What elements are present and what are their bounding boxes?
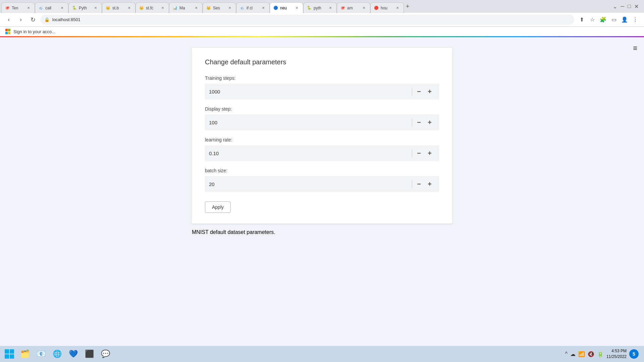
tab-title-10: pyth [314,6,326,10]
content-area: ≡ Change default parameters Training ste… [0,37,644,346]
learning-rate-decrement[interactable]: − [414,148,424,159]
tab-title-11: am [347,6,359,10]
reload-button[interactable]: ↻ [28,15,38,24]
system-clock[interactable]: 4:53 PM 11/25/2022 [606,348,627,360]
tab-close-7[interactable]: ✕ [227,5,232,11]
address-bar: ‹ › ↻ 🔒 localhost:8501 ⬆ ☆ 🧩 ▭ 👤 ⋮ [0,13,644,27]
taskbar-file-explorer[interactable]: 🗂️ [17,347,32,361]
hamburger-menu-icon[interactable]: ≡ [633,44,637,53]
tab-close-4[interactable]: ✕ [126,5,132,11]
notification-bar: Sign in to your acco... [0,27,644,37]
display-step-control: 100 − + [205,114,439,130]
forward-button[interactable]: › [16,15,25,24]
training-steps-value: 1000 [209,89,411,95]
tab-title-5: st.fc [146,6,158,10]
tab-am[interactable]: 🐙 am ✕ [337,2,370,13]
tab-title-3: Pyth [79,6,91,10]
tab-hou[interactable]: 🔴 hou ✕ [370,2,404,13]
display-step-decrement[interactable]: − [414,117,424,128]
extensions-button[interactable]: 🧩 [598,15,608,24]
params-card: Change default parameters Training steps… [191,47,453,224]
tab-ma[interactable]: 📊 Ma ✕ [169,2,203,13]
tab-favicon-1: 🐙 [5,6,10,10]
tab-close-1[interactable]: ✕ [26,5,31,11]
close-window-button[interactable]: ✕ [633,3,640,10]
tab-title-6: Ma [179,6,192,10]
tab-github[interactable]: 🐙 Ten ✕ [1,2,35,13]
tab-favicon-2: G [39,6,43,10]
taskbar-vscode[interactable]: 💙 [66,347,80,361]
tab-favicon-3: 🐍 [72,6,77,10]
split-view-button[interactable]: ▭ [609,15,619,24]
tab-bar: 🐙 Ten ✕ G call ✕ 🐍 Pyth ✕ 👑 st.b ✕ 👑 [0,0,644,13]
tab-st-b[interactable]: 👑 st.b ✕ [102,2,136,13]
tab-close-12[interactable]: ✕ [395,5,400,11]
user-avatar[interactable]: 5 [629,349,639,359]
tab-close-6[interactable]: ✕ [194,5,199,11]
tab-favicon-12: 🔴 [374,6,379,10]
tab-close-8[interactable]: ✕ [261,5,266,11]
tab-favicon-8: G [240,6,245,10]
share-button[interactable]: ⬆ [577,15,586,24]
tab-close-9[interactable]: ✕ [294,5,300,11]
tab-title-2: call [45,6,57,10]
tab-google-call[interactable]: G call ✕ [35,2,68,13]
tab-favicon-9: 🔵 [273,6,278,10]
tab-st-fc[interactable]: 👑 st.fc ✕ [136,2,169,13]
apply-button[interactable]: Apply [205,201,231,213]
training-steps-increment[interactable]: + [424,86,435,97]
profile-button[interactable]: 👤 [620,15,629,24]
taskbar: 🗂️ 📧 🌐 💙 ⬛ 💬 ^ ☁ 📶 🔇 🔋 4:53 PM 11/25/202… [0,346,644,362]
tab-favicon-4: 👑 [106,6,110,10]
tab-close-2[interactable]: ✕ [59,5,65,11]
tab-close-5[interactable]: ✕ [160,5,165,11]
tab-neu[interactable]: 🔵 neu ✕ [270,2,303,13]
divider [412,87,412,96]
training-steps-decrement[interactable]: − [414,86,424,97]
new-tab-button[interactable]: + [404,1,412,12]
tab-favicon-7: 👑 [206,6,211,10]
divider3 [412,149,412,157]
tab-title-9: neu [280,6,292,10]
tab-close-3[interactable]: ✕ [93,5,98,11]
tab-favicon-10: 🐍 [307,6,312,10]
system-tray: ^ ☁ 📶 🔇 🔋 4:53 PM 11/25/2022 5 [565,348,641,360]
clock-date: 11/25/2022 [606,354,627,360]
batch-size-increment[interactable]: + [424,179,435,189]
batch-size-value: 20 [209,181,411,187]
tab-favicon-6: 📊 [173,6,177,10]
tab-title-7: Ses [213,6,225,10]
clock-time: 4:53 PM [606,348,627,354]
tab-close-11[interactable]: ✕ [361,5,367,11]
bookmark-button[interactable]: ☆ [588,15,597,24]
tray-cloud-icon[interactable]: ☁ [570,351,576,357]
display-step-increment[interactable]: + [424,117,435,128]
tab-ses[interactable]: 👑 Ses ✕ [203,2,236,13]
tab-python[interactable]: 🐍 Pyth ✕ [68,2,102,13]
taskbar-chrome[interactable]: 🌐 [50,347,64,361]
footer-section: MNIST default dataset parameters. [191,229,453,235]
settings-button[interactable]: ⋮ [631,15,640,24]
back-button[interactable]: ‹ [4,15,13,24]
batch-size-decrement[interactable]: − [414,179,424,189]
tab-google-if[interactable]: G if cl ✕ [236,2,270,13]
start-button[interactable] [3,347,16,361]
tray-battery-icon[interactable]: 🔋 [597,351,604,357]
learning-rate-increment[interactable]: + [424,148,435,159]
tab-favicon-11: 🐙 [340,6,345,10]
minimize-button[interactable]: ─ [619,3,626,10]
taskbar-slack[interactable]: 💬 [98,347,113,361]
tab-pyth2[interactable]: 🐍 pyth ✕ [303,2,337,13]
tab-list-button[interactable]: ⌄ [611,3,619,10]
learning-rate-control: 0.10 − + [205,145,439,161]
maximize-button[interactable]: □ [626,3,632,10]
taskbar-outlook[interactable]: 📧 [34,347,48,361]
tray-volume-icon[interactable]: 🔇 [588,351,594,357]
tray-wifi-icon[interactable]: 📶 [578,351,585,357]
card-title: Change default parameters [205,58,439,66]
tray-expand-icon[interactable]: ^ [565,351,568,357]
taskbar-terminal[interactable]: ⬛ [82,347,97,361]
tab-title-4: st.b [112,6,124,10]
tab-close-10[interactable]: ✕ [328,5,333,11]
url-bar[interactable]: 🔒 localhost:8501 [40,15,574,25]
